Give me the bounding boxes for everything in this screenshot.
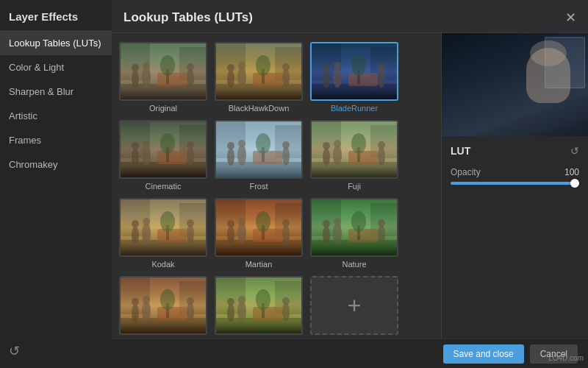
lut-grid: Original [119,42,434,347]
opacity-value: 100 [564,167,579,177]
sidebar-item-sharpen-blur[interactable]: Sharpen & Blur [0,79,112,104]
svg-rect-63 [348,151,378,164]
lut-item-wildlife[interactable]: Wildlife [215,276,303,347]
lut-section-header: LUT ↺ [451,145,579,157]
lut-label: Cinematic [146,182,182,191]
svg-point-65 [323,142,330,149]
lut-label: Original [149,104,177,113]
svg-rect-99 [348,229,378,242]
lut-item-original[interactable]: Original [119,42,207,113]
svg-point-21 [282,63,290,71]
svg-point-42 [142,145,151,166]
svg-rect-27 [348,73,378,86]
svg-point-115 [143,296,150,303]
footer: Save and close Cancel [112,339,588,368]
lut-label: Kodak [151,260,174,269]
lut-controls: LUT ↺ Opacity 100 [442,136,588,368]
svg-point-20 [282,68,290,88]
sidebar-title: Layer Effects [0,0,112,31]
lut-item-martian[interactable]: Martian [215,198,303,269]
svg-point-57 [282,141,290,149]
svg-point-114 [142,301,151,322]
lut-label: BladeRunner [331,104,378,113]
svg-point-117 [187,297,194,305]
lut-label: Frost [249,182,268,191]
svg-point-79 [143,218,150,225]
svg-point-100 [323,226,330,244]
svg-point-31 [334,62,341,69]
svg-point-129 [282,297,290,305]
lut-item-warmcinema[interactable]: WarmCinema [119,276,207,347]
main-header: Lookup Tables (LUTs) ✕ [112,0,588,33]
svg-point-7 [143,62,150,69]
main-panel: Lookup Tables (LUTs) ✕ [112,0,588,368]
lut-item-fuji[interactable]: Fuji [310,120,398,191]
svg-point-8 [187,68,194,88]
svg-point-103 [334,218,341,225]
svg-point-68 [378,146,385,166]
reset-icon[interactable]: ↺ [9,343,20,359]
svg-point-76 [132,226,139,244]
lut-reset-icon[interactable]: ↺ [570,145,579,157]
sidebar-item-artistic[interactable]: Artistic [0,104,112,128]
sidebar-item-frames[interactable]: Frames [0,128,112,152]
svg-point-101 [323,220,330,227]
svg-point-78 [142,223,151,244]
svg-rect-15 [253,73,282,86]
svg-rect-75 [157,229,187,242]
svg-point-112 [132,304,139,322]
svg-point-29 [323,64,330,71]
sidebar-item-color-light[interactable]: Color & Light [0,55,112,79]
svg-point-69 [378,141,385,149]
svg-point-16 [227,70,234,88]
lut-item-blackhawk[interactable]: BlackHawkDown [215,42,303,113]
svg-point-64 [323,148,330,166]
svg-point-33 [378,63,385,71]
svg-point-19 [238,62,245,69]
opacity-slider[interactable] [451,182,579,185]
svg-point-54 [237,145,246,166]
svg-point-43 [143,140,150,147]
sidebar: Layer Effects Lookup Tables (LUTs) Color… [0,0,112,368]
opacity-row: Opacity 100 [451,167,579,177]
svg-point-105 [378,219,385,227]
svg-point-90 [237,223,246,244]
svg-point-4 [132,70,139,88]
svg-point-53 [227,142,234,149]
sidebar-item-lookup-tables[interactable]: Lookup Tables (LUTs) [0,31,112,55]
lut-label: BlackHawkDown [229,104,290,113]
svg-point-40 [132,148,139,166]
svg-point-32 [378,68,385,88]
lut-item-frost[interactable]: Frost [215,120,303,191]
svg-point-66 [333,145,342,166]
lut-item-nature[interactable]: Nature [310,198,398,269]
svg-point-93 [282,219,290,227]
lut-item-custom[interactable]: +Custom... [310,276,398,347]
svg-point-45 [187,141,194,149]
svg-point-59 [256,133,270,154]
content-area: Original [112,33,588,368]
lut-label: Nature [342,260,366,269]
svg-point-116 [187,302,194,322]
svg-point-88 [227,226,234,244]
lut-label: Martian [245,260,273,269]
opacity-thumb[interactable] [570,179,579,188]
close-button[interactable]: ✕ [565,11,576,24]
svg-point-18 [237,67,246,88]
svg-point-71 [351,133,366,154]
svg-point-104 [378,224,385,244]
watermark: LO4D.com [544,353,588,364]
lut-item-kodak[interactable]: Kodak [119,198,207,269]
lut-item-cinematic[interactable]: Cinematic [119,120,207,191]
lut-item-bladerunner[interactable]: BladeRunner [310,42,398,113]
svg-point-127 [238,296,245,303]
sidebar-item-chromakey[interactable]: Chromakey [0,152,112,177]
opacity-label: Opacity [451,167,481,177]
svg-point-83 [160,211,175,232]
svg-point-92 [282,224,290,244]
svg-point-23 [256,55,270,76]
svg-point-125 [227,298,234,305]
lut-grid-area: Original [112,33,441,368]
save-close-button[interactable]: Save and close [443,344,524,364]
svg-point-9 [187,63,194,71]
